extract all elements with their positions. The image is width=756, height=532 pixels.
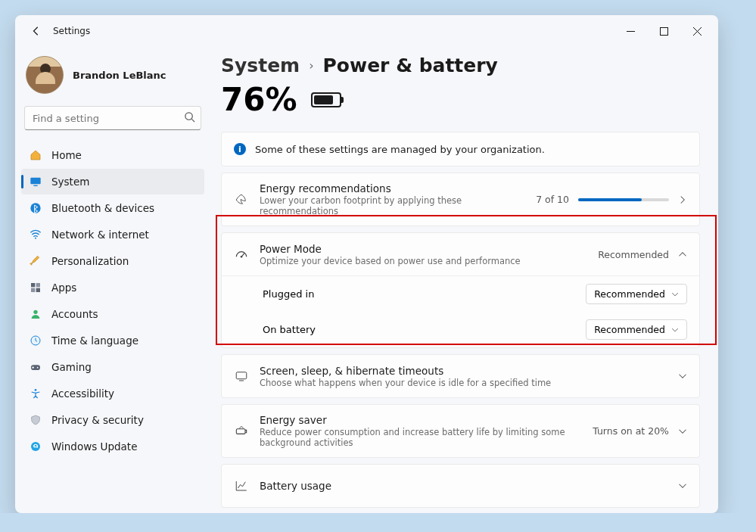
power-mode-header[interactable]: Power Mode Optimize your device based on… xyxy=(222,233,699,275)
sidebar-item-label: System xyxy=(51,176,89,188)
sidebar-item-apps[interactable]: Apps xyxy=(21,275,204,300)
profile[interactable]: Brandon LeBlanc xyxy=(21,48,204,98)
apps-icon xyxy=(29,281,42,294)
svg-rect-0 xyxy=(660,27,667,35)
chevron-up-icon xyxy=(678,250,687,259)
update-icon xyxy=(29,440,42,453)
svg-rect-2 xyxy=(30,178,40,185)
screen-sleep-title: Screen, sleep, & hibernate timeouts xyxy=(260,365,667,377)
bluetooth-icon xyxy=(29,201,42,215)
power-mode-panel: Power Mode Optimize your device based on… xyxy=(221,232,700,348)
energy-saver-desc: Reduce power consumption and increase ba… xyxy=(260,427,582,448)
app-title: Settings xyxy=(53,26,90,36)
energy-rec-progress xyxy=(578,198,669,201)
titlebar: Settings xyxy=(15,15,718,47)
window-controls xyxy=(614,20,714,42)
sidebar-item-personalization[interactable]: Personalization xyxy=(21,248,204,274)
sidebar-item-home[interactable]: Home xyxy=(21,142,204,168)
svg-point-15 xyxy=(31,442,40,451)
energy-rec-desc: Lower your carbon footprint by applying … xyxy=(260,195,525,216)
sidebar-item-bluetooth[interactable]: Bluetooth & devices xyxy=(21,195,204,221)
maximize-button[interactable] xyxy=(647,20,680,42)
speedometer-icon xyxy=(234,247,249,262)
energy-rec-count: 7 of 10 xyxy=(536,194,569,205)
nav: HomeSystemBluetooth & devicesNetwork & i… xyxy=(21,142,204,459)
svg-rect-17 xyxy=(236,372,247,379)
gaming-icon xyxy=(29,360,42,374)
svg-point-10 xyxy=(33,310,37,314)
sidebar-item-label: Home xyxy=(51,149,82,161)
svg-point-1 xyxy=(185,113,192,120)
leaf-icon xyxy=(234,193,249,207)
system-icon xyxy=(29,175,42,188)
network-icon xyxy=(29,228,42,241)
svg-rect-9 xyxy=(36,288,40,292)
svg-rect-3 xyxy=(33,185,37,186)
accessibility-icon xyxy=(29,387,42,400)
on-battery-label: On battery xyxy=(263,324,586,335)
sidebar-item-accounts[interactable]: Accounts xyxy=(21,301,204,327)
sidebar-item-time[interactable]: Time & language xyxy=(21,328,204,353)
sidebar-item-network[interactable]: Network & internet xyxy=(21,222,204,247)
user-name: Brandon LeBlanc xyxy=(73,70,166,81)
chevron-down-icon xyxy=(671,326,679,334)
main: System › Power & battery 76% i Some of t… xyxy=(210,47,718,513)
chevron-down-icon xyxy=(678,427,687,436)
plugged-in-select[interactable]: Recommended xyxy=(586,284,687,304)
search-input[interactable] xyxy=(24,106,201,130)
sidebar-item-system[interactable]: System xyxy=(21,169,204,194)
energy-saver-title: Energy saver xyxy=(260,414,582,426)
close-button[interactable] xyxy=(680,20,714,42)
home-icon xyxy=(29,148,42,162)
energy-recommendations-panel[interactable]: Energy recommendations Lower your carbon… xyxy=(221,173,700,226)
power-mode-badge: Recommended xyxy=(598,249,669,260)
battery-level: 76% xyxy=(221,81,700,118)
personalization-icon xyxy=(29,254,42,268)
energy-saver-panel[interactable]: Energy saver Reduce power consumption an… xyxy=(221,404,700,458)
battery-usage-title: Battery usage xyxy=(260,480,667,492)
svg-rect-7 xyxy=(36,283,40,287)
chevron-right-icon: › xyxy=(309,58,313,73)
sidebar-item-label: Apps xyxy=(51,282,76,294)
chevron-down-icon xyxy=(678,372,687,381)
info-icon: i xyxy=(234,143,246,155)
sidebar-item-label: Windows Update xyxy=(51,440,137,453)
svg-point-5 xyxy=(35,238,36,239)
sidebar-item-privacy[interactable]: Privacy & security xyxy=(21,407,204,433)
energy-rec-title: Energy recommendations xyxy=(260,182,525,194)
sidebar-item-gaming[interactable]: Gaming xyxy=(21,354,204,380)
sidebar-item-label: Personalization xyxy=(51,255,129,267)
energy-saver-icon xyxy=(234,424,249,439)
chart-icon xyxy=(234,479,249,493)
plugged-in-label: Plugged in xyxy=(263,288,586,300)
org-notice-text: Some of these settings are managed by yo… xyxy=(255,144,545,155)
sidebar-item-update[interactable]: Windows Update xyxy=(21,434,204,459)
sidebar-item-label: Accounts xyxy=(51,308,98,320)
org-notice-panel: i Some of these settings are managed by … xyxy=(221,132,700,166)
sidebar-item-label: Network & internet xyxy=(51,229,149,241)
minimize-button[interactable] xyxy=(614,20,647,42)
search xyxy=(24,106,201,130)
svg-rect-8 xyxy=(31,288,35,292)
sidebar-item-accessibility[interactable]: Accessibility xyxy=(21,381,204,406)
on-battery-select[interactable]: Recommended xyxy=(586,319,687,340)
screen-icon xyxy=(234,369,249,383)
settings-window: Settings Brandon LeBlanc HomeSystemBluet… xyxy=(15,15,718,513)
sidebar-item-label: Accessibility xyxy=(51,387,114,400)
battery-icon xyxy=(311,92,341,107)
breadcrumb-parent[interactable]: System xyxy=(221,54,300,76)
power-mode-title: Power Mode xyxy=(260,243,587,255)
sidebar: Brandon LeBlanc HomeSystemBluetooth & de… xyxy=(15,47,210,513)
svg-point-13 xyxy=(37,367,39,369)
battery-percent: 76% xyxy=(221,81,297,118)
svg-rect-18 xyxy=(236,428,245,434)
svg-rect-6 xyxy=(31,283,35,287)
page-title: Power & battery xyxy=(323,54,498,76)
battery-usage-panel[interactable]: Battery usage xyxy=(221,464,700,508)
sidebar-item-label: Time & language xyxy=(51,334,138,347)
chevron-right-icon xyxy=(678,195,687,204)
screen-sleep-panel[interactable]: Screen, sleep, & hibernate timeouts Choo… xyxy=(221,354,700,398)
privacy-icon xyxy=(29,413,42,427)
back-button[interactable] xyxy=(26,20,47,42)
avatar xyxy=(26,56,64,94)
